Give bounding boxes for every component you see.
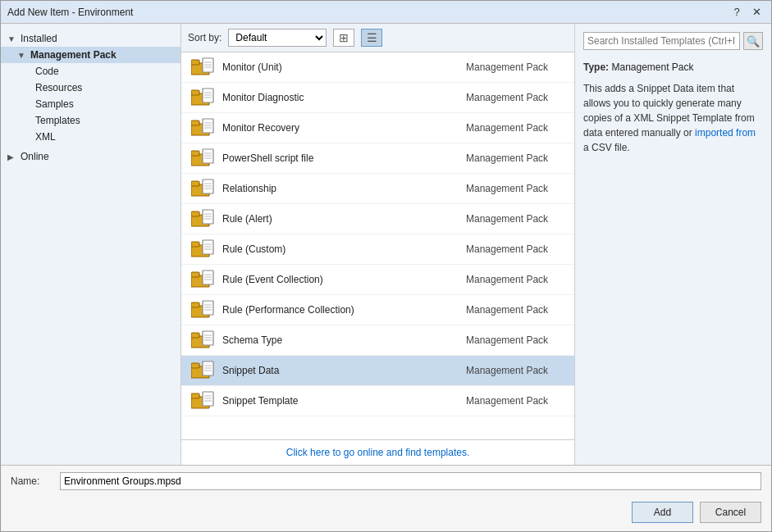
item-category: Management Pack (466, 183, 564, 194)
tree-xml[interactable]: XML (1, 129, 180, 145)
name-input[interactable] (60, 472, 761, 490)
list-view-icon: ☰ (367, 31, 377, 44)
online-templates-link[interactable]: Click here to go online and find templat… (286, 447, 469, 458)
item-icon (191, 268, 214, 291)
add-new-item-dialog: Add New Item - Environment ? ✕ ▼ Install… (0, 0, 772, 532)
item-icon (191, 177, 214, 200)
search-icon: 🔍 (747, 35, 760, 48)
list-view-button[interactable]: ☰ (361, 29, 382, 47)
list-item[interactable]: Schema TypeManagement Pack (181, 325, 574, 356)
item-name: Rule (Event Collection) (222, 274, 458, 285)
dialog-body: ▼ Installed ▼ Management Pack Code Resou… (1, 24, 771, 465)
item-name: Monitor Recovery (222, 122, 458, 134)
svg-rect-25 (191, 181, 199, 186)
button-row: Add Cancel (1, 497, 771, 531)
list-item[interactable]: Snippet TemplateManagement Pack (181, 386, 574, 416)
name-label: Name: (11, 475, 52, 487)
name-row: Name: (1, 466, 771, 497)
tree-templates[interactable]: Templates (1, 112, 180, 129)
item-category: Management Pack (466, 213, 564, 225)
list-item[interactable]: Rule (Performance Collection)Management … (181, 295, 574, 325)
add-button[interactable]: Add (632, 502, 693, 523)
type-value: Management Pack (611, 61, 693, 73)
center-with-scroll: Monitor (Unit)Management Pack Monitor Di… (181, 52, 574, 439)
tree-management-pack[interactable]: ▼ Management Pack (1, 47, 180, 63)
online-label: Online (21, 151, 49, 162)
item-icon (191, 207, 214, 230)
list-item[interactable]: Rule (Custom)Management Pack (181, 234, 574, 265)
list-item[interactable]: Monitor (Unit)Management Pack (181, 52, 574, 83)
svg-rect-43 (191, 272, 199, 277)
center-panel: Sort by: Default ⊞ ☰ (181, 24, 574, 465)
svg-rect-13 (191, 120, 199, 125)
toolbar: Sort by: Default ⊞ ☰ (181, 24, 574, 52)
installed-label: Installed (21, 33, 57, 44)
tree-resources[interactable]: Resources (1, 80, 180, 96)
item-icon (191, 147, 214, 170)
svg-rect-67 (191, 393, 199, 398)
list-item[interactable]: Rule (Event Collection)Management Pack (181, 265, 574, 295)
svg-rect-49 (191, 302, 199, 307)
description-text: This adds a Snippet Data item that allow… (583, 81, 763, 155)
templates-label: Templates (35, 115, 80, 126)
tree-installed[interactable]: ▼ Installed (1, 30, 180, 47)
list-item[interactable]: Snippet DataManagement Pack (181, 356, 574, 386)
xml-label: XML (35, 131, 56, 143)
tree-online[interactable]: ▶ Online (1, 148, 180, 165)
search-button[interactable]: 🔍 (743, 32, 763, 50)
sort-select[interactable]: Default (228, 29, 327, 47)
list-item[interactable]: RelationshipManagement Pack (181, 174, 574, 204)
item-name: PowerShell script file (222, 152, 458, 164)
left-panel: ▼ Installed ▼ Management Pack Code Resou… (1, 24, 181, 465)
item-name: Relationship (222, 183, 458, 194)
svg-rect-61 (191, 363, 199, 368)
title-bar-controls: ? ✕ (729, 5, 765, 20)
list-item[interactable]: Rule (Alert)Management Pack (181, 204, 574, 234)
chevron-right-icon: ▶ (7, 152, 17, 161)
item-icon (191, 56, 214, 79)
item-category: Management Pack (466, 243, 564, 255)
item-icon (191, 86, 214, 109)
dialog-title: Add New Item - Environment (7, 7, 133, 18)
item-name: Snippet Template (222, 395, 458, 407)
description-section: Type: Management Pack This adds a Snippe… (583, 60, 763, 155)
item-category: Management Pack (466, 152, 564, 164)
close-button[interactable]: ✕ (748, 5, 765, 20)
item-category: Management Pack (466, 334, 564, 346)
item-name: Monitor (Unit) (222, 61, 458, 73)
svg-rect-55 (191, 333, 199, 338)
item-category: Management Pack (466, 274, 564, 285)
cancel-button[interactable]: Cancel (700, 502, 761, 523)
list-item[interactable]: PowerShell script fileManagement Pack (181, 143, 574, 174)
item-category: Management Pack (466, 61, 564, 73)
item-category: Management Pack (466, 395, 564, 407)
grid-view-button[interactable]: ⊞ (333, 29, 354, 47)
item-icon (191, 116, 214, 139)
grid-view-icon: ⊞ (339, 31, 349, 44)
item-name: Snippet Data (222, 365, 458, 376)
svg-rect-19 (191, 151, 199, 156)
item-name: Rule (Performance Collection) (222, 304, 458, 316)
list-item[interactable]: Monitor DiagnosticManagement Pack (181, 83, 574, 113)
code-label: Code (35, 66, 59, 77)
item-category: Management Pack (466, 122, 564, 134)
list-item[interactable]: Monitor RecoveryManagement Pack (181, 113, 574, 143)
samples-label: Samples (35, 98, 74, 110)
help-button[interactable]: ? (729, 5, 745, 20)
management-pack-label: Management Pack (30, 49, 116, 61)
svg-rect-1 (191, 60, 199, 65)
tree-samples[interactable]: Samples (1, 96, 180, 112)
search-container: 🔍 (583, 32, 763, 50)
svg-rect-37 (191, 242, 199, 247)
bottom-panel: Name: Add Cancel (1, 465, 771, 531)
item-icon (191, 359, 214, 382)
title-bar: Add New Item - Environment ? ✕ (1, 1, 771, 24)
search-input[interactable] (583, 32, 740, 50)
tree-code[interactable]: Code (1, 63, 180, 80)
item-category: Management Pack (466, 365, 564, 376)
tree-section: ▼ Installed ▼ Management Pack Code Resou… (1, 30, 180, 165)
item-name: Schema Type (222, 334, 458, 346)
item-name: Rule (Custom) (222, 243, 458, 255)
right-panel: 🔍 Type: Management Pack This adds a Snip… (574, 24, 771, 465)
item-icon (191, 298, 214, 321)
